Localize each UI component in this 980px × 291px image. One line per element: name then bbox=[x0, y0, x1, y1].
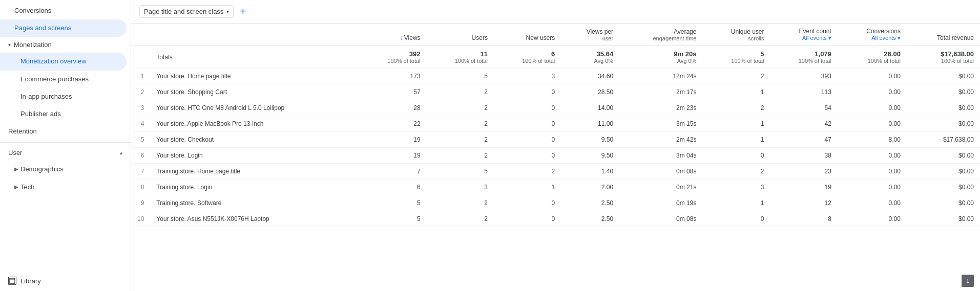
col-total-revenue-label: Total revenue bbox=[913, 34, 974, 41]
chevron-up-icon: ▴ bbox=[120, 150, 122, 155]
sidebar-item-conversions[interactable]: Conversions bbox=[0, 2, 127, 19]
conversions-filter-link[interactable]: All events ▾ bbox=[871, 35, 901, 41]
row-avg-eng: 3m 04s bbox=[619, 148, 702, 164]
svg-rect-0 bbox=[10, 278, 15, 283]
row-views: 57 bbox=[359, 84, 426, 100]
col-unique-scrolls: Unique user scrolls bbox=[702, 24, 770, 46]
row-unique-scrolls: 0 bbox=[702, 211, 770, 227]
row-event-count: 12 bbox=[770, 195, 838, 211]
totals-views: 392 100% of total bbox=[359, 46, 426, 69]
row-unique-scrolls: 0 bbox=[702, 148, 770, 164]
totals-revenue: $17,638.00 100% of total bbox=[907, 46, 980, 69]
row-num: 9 bbox=[131, 195, 150, 211]
sidebar-item-tech-label: Tech bbox=[20, 183, 34, 192]
table-row: 10 Your store. Asus N551JK-X0076H Laptop… bbox=[131, 211, 980, 227]
sidebar-section-user-label: User bbox=[8, 149, 120, 156]
row-title: Your store. Checkout bbox=[150, 132, 359, 148]
sidebar-item-pages-label: Pages and screens bbox=[14, 24, 71, 33]
row-num: 7 bbox=[131, 164, 150, 180]
row-users: 5 bbox=[427, 69, 494, 84]
col-users-label: Users bbox=[433, 34, 488, 41]
row-views: 28 bbox=[359, 100, 426, 116]
row-vpu: 2.50 bbox=[561, 195, 619, 211]
data-table: ↓Views Users New users Views per user Av… bbox=[131, 24, 980, 227]
table-row: 8 Training store. Login 6 3 1 2.00 0m 21… bbox=[131, 180, 980, 195]
row-users: 2 bbox=[427, 195, 494, 211]
col-conversions-label: Conversions bbox=[844, 28, 901, 35]
sidebar-section-monetization[interactable]: ▾ Monetization bbox=[0, 37, 131, 53]
row-users: 5 bbox=[427, 164, 494, 180]
col-new-users: New users bbox=[494, 24, 561, 46]
row-vpu: 1.40 bbox=[561, 164, 619, 180]
sidebar-item-tech[interactable]: ▶ Tech bbox=[0, 178, 127, 196]
row-title: Your store. Asus N551JK-X0076H Laptop bbox=[150, 211, 359, 227]
row-conversions: 0.00 bbox=[838, 148, 907, 164]
totals-avg-eng: 9m 20s Avg 0% bbox=[619, 46, 702, 69]
row-revenue: $0.00 bbox=[907, 195, 980, 211]
row-event-count: 393 bbox=[770, 69, 838, 84]
table-row: 7 Training store. Home page title 7 5 2 … bbox=[131, 164, 980, 180]
sidebar-item-monetization-overview[interactable]: Monetization overview bbox=[0, 53, 127, 70]
col-views: ↓Views bbox=[359, 24, 426, 46]
event-count-filter-link[interactable]: All events ▾ bbox=[802, 35, 831, 41]
row-conversions: 0.00 bbox=[838, 211, 907, 227]
sidebar-item-pages-and-screens[interactable]: Pages and screens bbox=[0, 19, 127, 37]
row-avg-eng: 2m 42s bbox=[619, 132, 702, 148]
dimension-filter-chevron: ▾ bbox=[226, 9, 229, 14]
sidebar-item-publisher-ads-label: Publisher ads bbox=[20, 109, 61, 119]
add-dimension-button[interactable]: + bbox=[238, 6, 248, 17]
row-views: 19 bbox=[359, 132, 426, 148]
arrow-right-icon-tech: ▶ bbox=[14, 184, 18, 191]
table-row: 1 Your store. Home page title 173 5 3 34… bbox=[131, 69, 980, 84]
row-vpu: 28.50 bbox=[561, 84, 619, 100]
chevron-down-icon: ▾ bbox=[8, 42, 11, 48]
sidebar-item-ecommerce[interactable]: Ecommerce purchases bbox=[0, 71, 127, 88]
sidebar-section-user[interactable]: User ▴ bbox=[0, 145, 131, 161]
sidebar-item-demographics[interactable]: ▶ Demographics bbox=[0, 161, 127, 178]
row-users: 2 bbox=[427, 116, 494, 132]
row-title: Your store. Apple MacBook Pro 13-inch bbox=[150, 116, 359, 132]
sidebar-footer-library[interactable]: Library bbox=[0, 271, 131, 291]
row-unique-scrolls: 1 bbox=[702, 84, 770, 100]
row-unique-scrolls: 1 bbox=[702, 195, 770, 211]
table-header-row: ↓Views Users New users Views per user Av… bbox=[131, 24, 980, 46]
dimension-filter[interactable]: Page title and screen class ▾ bbox=[139, 5, 234, 18]
totals-label: Totals bbox=[150, 46, 359, 69]
row-event-count: 19 bbox=[770, 180, 838, 195]
row-unique-scrolls: 1 bbox=[702, 116, 770, 132]
row-revenue: $0.00 bbox=[907, 100, 980, 116]
row-views: 7 bbox=[359, 164, 426, 180]
row-views: 19 bbox=[359, 148, 426, 164]
sidebar-item-retention[interactable]: Retention bbox=[0, 123, 127, 140]
row-revenue: $0.00 bbox=[907, 180, 980, 195]
row-revenue: $0.00 bbox=[907, 116, 980, 132]
col-new-users-label: New users bbox=[500, 34, 555, 41]
row-title: Training store. Login bbox=[150, 180, 359, 195]
row-revenue: $0.00 bbox=[907, 69, 980, 84]
sidebar-divider bbox=[0, 142, 131, 143]
row-title: Your store. Home page title bbox=[150, 69, 359, 84]
row-avg-eng: 0m 19s bbox=[619, 195, 702, 211]
row-vpu: 14.00 bbox=[561, 100, 619, 116]
sidebar-item-monetization-overview-label: Monetization overview bbox=[20, 57, 87, 66]
totals-rownum bbox=[131, 46, 150, 69]
totals-new-users: 6 100% of total bbox=[494, 46, 561, 69]
sidebar-item-publisher-ads[interactable]: Publisher ads bbox=[0, 105, 127, 123]
row-revenue: $0.00 bbox=[907, 84, 980, 100]
row-users: 2 bbox=[427, 132, 494, 148]
sidebar-item-inapp[interactable]: In-app purchases bbox=[0, 88, 127, 105]
row-vpu: 9.50 bbox=[561, 148, 619, 164]
col-conversions: Conversions All events ▾ bbox=[838, 24, 907, 46]
page-indicator: 1 bbox=[962, 275, 974, 287]
row-conversions: 0.00 bbox=[838, 100, 907, 116]
row-title: Your store. Shopping Cart bbox=[150, 84, 359, 100]
row-event-count: 42 bbox=[770, 116, 838, 132]
library-label: Library bbox=[20, 277, 41, 285]
row-num: 6 bbox=[131, 148, 150, 164]
row-new-users: 0 bbox=[494, 148, 561, 164]
row-title: Training store. Home page title bbox=[150, 164, 359, 180]
row-avg-eng: 2m 23s bbox=[619, 100, 702, 116]
row-conversions: 0.00 bbox=[838, 164, 907, 180]
row-new-users: 2 bbox=[494, 164, 561, 180]
row-unique-scrolls: 2 bbox=[702, 100, 770, 116]
